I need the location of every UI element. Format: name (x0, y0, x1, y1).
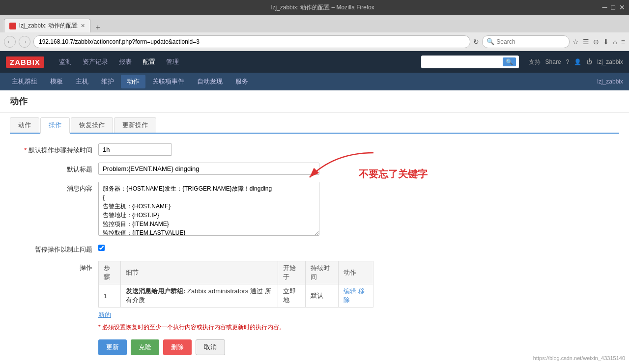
table-row: 1 发送消息给用户群组: Zabbix administrators 通过 所有… (99, 284, 373, 308)
message-label: 消息内容 (10, 182, 98, 193)
message-row: 消息内容 服务器：{HOST.NAME}发生：{TRIGGER.NAME}故障！… (10, 182, 619, 236)
power-icon[interactable]: ⏻ (586, 58, 592, 65)
window-title: lzj_zabbix: 动作的配置 – Mozilla Firefox (43, 3, 602, 12)
cell-start: 立即地 (278, 284, 305, 308)
subnav-actions[interactable]: 动作 (121, 75, 145, 88)
subnav-services[interactable]: 服务 (229, 75, 254, 88)
tab-close-btn[interactable]: ✕ (81, 23, 85, 29)
close-btn[interactable]: ✕ (619, 3, 625, 11)
tab-operations[interactable]: 操作 (40, 117, 70, 134)
bookmark-icon[interactable]: ☆ (572, 38, 579, 46)
form-container: 动作 操作 恢复操作 更新操作 默认操作步骤持续时间 默认标题 (0, 112, 629, 364)
browser-tabbar: lzj_zabbix: 动作的配置 ✕ + (0, 15, 629, 32)
header-search-btn[interactable]: 🔍 (503, 57, 516, 66)
subnav-templates[interactable]: 模板 (44, 75, 69, 88)
col-detail: 细节 (121, 261, 278, 284)
default-subject-row: 默认标题 不要忘了关键字 (10, 163, 619, 175)
annotation-text: 不要忘了关键字 (359, 168, 428, 181)
download-icon[interactable]: ⬇ (603, 38, 609, 46)
zabbix-logo: ZABBIX (6, 56, 44, 68)
main-nav: 监测 资产记录 报表 配置 管理 (54, 55, 411, 69)
browser-search-box: 🔍 (482, 35, 570, 48)
zabbix-header: ZABBIX 监测 资产记录 报表 配置 管理 🔍 支持 Share ? 👤 ⏻… (0, 51, 629, 73)
annotation-area: 不要忘了关键字 (98, 163, 319, 175)
nav-assets[interactable]: 资产记录 (78, 55, 113, 69)
page-title: 动作 (0, 90, 629, 112)
inner-tabs: 动作 操作 恢复操作 更新操作 (10, 117, 619, 134)
ops-label: 操作 (10, 261, 98, 272)
ops-container: 步骤 细节 开始于 持续时间 动作 1 发送消息给用户群组: Zabbix ad… (98, 261, 373, 332)
page-content: 动作 动作 操作 恢复操作 更新操作 默认操作步骤持续时间 默认标题 (0, 90, 629, 364)
toolbar-icons: ☆ ☰ ⊙ ⬇ ⌂ ≡ (572, 38, 625, 46)
subnav-discovery[interactable]: 自动发现 (191, 75, 229, 88)
clone-button[interactable]: 克隆 (131, 339, 159, 355)
window-controls[interactable]: ─ □ ✕ (602, 3, 625, 11)
new-operation-link[interactable]: 新的 (98, 311, 111, 318)
maximize-btn[interactable]: □ (611, 3, 615, 11)
menu-icon[interactable]: ≡ (621, 38, 625, 46)
home-icon[interactable]: ⌂ (613, 38, 617, 46)
tab-action[interactable]: 动作 (10, 117, 39, 133)
pause-label: 暂停操作以制止问题 (10, 243, 98, 254)
tab-favicon (9, 23, 16, 29)
operations-row: 操作 步骤 细节 开始于 持续时间 动作 1 (10, 261, 619, 332)
update-button[interactable]: 更新 (98, 339, 127, 355)
nav-admin[interactable]: 管理 (161, 55, 184, 69)
header-search-input[interactable] (424, 58, 503, 65)
browser-search-input[interactable] (496, 38, 565, 45)
pause-row: 暂停操作以制止问题 (10, 243, 619, 254)
warning-text: * 必须设置恢复时的至少一个执行内容或执行内容或更新时的执行内容。 (98, 323, 373, 332)
subnav-hosts[interactable]: 主机 (70, 75, 94, 88)
delete-button[interactable]: 删除 (163, 339, 192, 355)
header-right: 支持 Share ? 👤 ⏻ lzj_zabbix (529, 58, 623, 66)
browser-titlebar: lzj_zabbix: 动作的配置 – Mozilla Firefox ─ □ … (0, 0, 629, 15)
forward-btn[interactable]: → (19, 36, 30, 48)
subnav-maintenance[interactable]: 维护 (95, 75, 120, 88)
pocket-icon[interactable]: ⊙ (593, 38, 599, 46)
col-actions: 动作 (339, 261, 373, 284)
col-duration: 持续时间 (305, 261, 338, 284)
subnav-user: lzj_zabbix (597, 78, 623, 85)
tab-update[interactable]: 更新操作 (114, 117, 156, 133)
reload-btn[interactable]: ↻ (473, 38, 479, 46)
reader-icon[interactable]: ☰ (583, 38, 589, 46)
ops-table: 步骤 细节 开始于 持续时间 动作 1 发送消息给用户群组: Zabbix ad… (98, 261, 373, 308)
nav-reports[interactable]: 报表 (114, 55, 137, 69)
browser-tab[interactable]: lzj_zabbix: 动作的配置 ✕ (4, 19, 90, 32)
col-step: 步骤 (99, 261, 121, 284)
cell-detail: 发送消息给用户群组: Zabbix administrators 通过 所有介质 (121, 284, 278, 308)
cell-step: 1 (99, 284, 121, 308)
default-subject-label: 默认标题 (10, 163, 98, 174)
message-textarea[interactable]: 服务器：{HOST.NAME}发生：{TRIGGER.NAME}故障！dingd… (98, 182, 319, 236)
tab-recovery[interactable]: 恢复操作 (71, 117, 113, 133)
header-search: 🔍 (421, 56, 519, 68)
minimize-btn[interactable]: ─ (602, 3, 607, 11)
default-duration-label: 默认操作步骤持续时间 (10, 143, 98, 155)
default-duration-input[interactable] (98, 143, 172, 156)
support-link[interactable]: 支持 (529, 58, 541, 66)
address-input[interactable] (33, 35, 470, 48)
watermark-text: https://blog.csdn.net/weixin_43315140 (533, 355, 625, 361)
pause-checkbox-wrap (98, 243, 105, 251)
cell-actions: 编辑 移除 (339, 284, 373, 308)
nav-monitor[interactable]: 监测 (54, 55, 77, 69)
search-icon: 🔍 (486, 38, 494, 45)
cancel-button[interactable]: 取消 (196, 339, 225, 355)
username: lzj_zabbix (597, 58, 623, 65)
edit-link[interactable]: 编辑 (343, 287, 356, 295)
btn-row: 更新 克隆 删除 取消 (98, 339, 619, 355)
sub-nav: 主机群组 模板 主机 维护 动作 关联项事件 自动发现 服务 lzj_zabbi… (0, 73, 629, 90)
tab-label: lzj_zabbix: 动作的配置 (19, 22, 78, 30)
pause-checkbox[interactable] (98, 245, 105, 251)
subnav-hostgroups[interactable]: 主机群组 (6, 75, 43, 88)
back-btn[interactable]: ← (4, 36, 16, 48)
browser-addressbar: ← → ↻ 🔍 ☆ ☰ ⊙ ⬇ ⌂ ≡ (0, 32, 629, 51)
nav-config[interactable]: 配置 (138, 55, 160, 69)
col-start: 开始于 (278, 261, 305, 284)
help-icon[interactable]: ? (566, 58, 570, 65)
share-link[interactable]: Share (545, 58, 561, 65)
subnav-correlations[interactable]: 关联项事件 (146, 75, 190, 88)
cell-duration: 默认 (305, 284, 338, 308)
new-tab-btn[interactable]: + (92, 23, 103, 32)
user-icon[interactable]: 👤 (574, 58, 581, 65)
